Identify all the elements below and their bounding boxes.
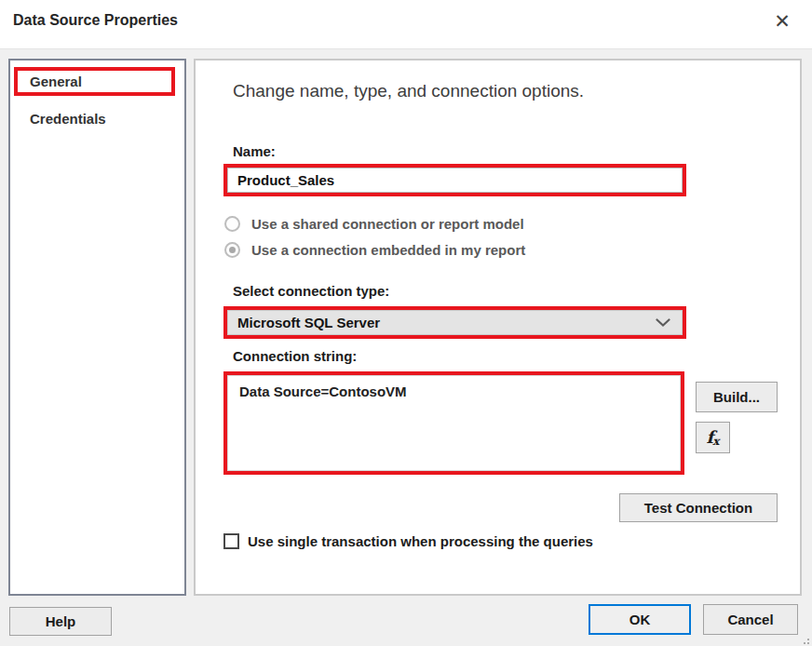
- name-label: Name:: [233, 143, 276, 159]
- checkbox-unchecked-icon[interactable]: [223, 533, 239, 549]
- cancel-button[interactable]: Cancel: [703, 604, 798, 635]
- radio-unselected-icon: [224, 216, 240, 232]
- annotation-box-connection-type: Microsoft SQL Server: [223, 306, 686, 339]
- help-button[interactable]: Help: [9, 607, 112, 636]
- close-icon[interactable]: ✕: [769, 7, 795, 34]
- connection-string-label: Connection string:: [233, 348, 357, 364]
- single-transaction-label: Use single transaction when processing t…: [248, 533, 593, 549]
- sidebar-item-general[interactable]: General: [30, 74, 82, 89]
- titlebar: Data Source Properties ✕: [0, 0, 812, 49]
- ok-button[interactable]: OK: [589, 604, 691, 635]
- radio-embedded-connection[interactable]: Use a connection embedded in my report: [224, 242, 525, 258]
- radio-selected-icon: [224, 242, 240, 258]
- annotation-box-connection-string: Data Source=ContosoVM: [223, 371, 684, 475]
- name-input[interactable]: [227, 168, 683, 193]
- resize-grip[interactable]: [800, 635, 809, 644]
- test-connection-button[interactable]: Test Connection: [619, 493, 778, 522]
- radio-embedded-label: Use a connection embedded in my report: [251, 242, 525, 258]
- annotation-box-name-field: [223, 164, 686, 196]
- sidebar-pages-list: General Credentials: [8, 59, 186, 596]
- expression-fx-button[interactable]: fx: [696, 422, 730, 453]
- chevron-down-icon: [656, 318, 670, 328]
- sidebar-item-credentials[interactable]: Credentials: [30, 111, 106, 127]
- connection-string-input[interactable]: Data Source=ContosoVM: [227, 375, 681, 471]
- dialog-title: Data Source Properties: [13, 12, 178, 29]
- connection-type-dropdown[interactable]: Microsoft SQL Server: [227, 310, 683, 335]
- radio-shared-label: Use a shared connection or report model: [251, 216, 524, 232]
- general-page-panel: Change name, type, and connection option…: [194, 59, 802, 596]
- data-source-properties-dialog: Data Source Properties ✕ General Credent…: [0, 0, 812, 646]
- connection-type-label: Select connection type:: [233, 283, 389, 299]
- single-transaction-checkbox-row[interactable]: Use single transaction when processing t…: [223, 533, 593, 549]
- page-heading: Change name, type, and connection option…: [233, 81, 584, 101]
- radio-shared-connection[interactable]: Use a shared connection or report model: [224, 216, 524, 232]
- connection-type-value: Microsoft SQL Server: [228, 315, 656, 330]
- build-button[interactable]: Build...: [696, 382, 778, 412]
